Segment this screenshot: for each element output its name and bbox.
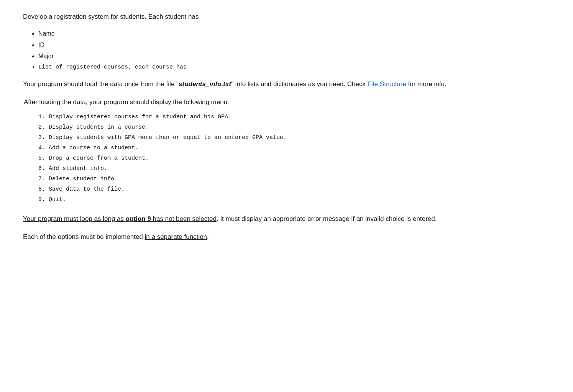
- menu-num-5: 5.: [38, 155, 49, 162]
- menu-item-9: 9. Quit.: [38, 195, 550, 204]
- list-item-major: Major: [38, 51, 550, 61]
- menu-item-3: 3. Display students with GPA more than o…: [38, 133, 550, 142]
- student-properties-list: Name ID Major List of registered courses…: [38, 29, 550, 72]
- menu-item-2: 2. Display students in a course.: [38, 123, 550, 132]
- load-text-after: " into lists and dictionaries as you nee…: [231, 80, 368, 88]
- menu-num-4: 4.: [38, 145, 49, 151]
- menu-num-8: 8.: [38, 186, 49, 193]
- intro-text: Develop a registration system for studen…: [23, 11, 550, 22]
- list-item-name: Name: [38, 29, 550, 39]
- menu-label-4: Add a course to a student.: [49, 145, 138, 151]
- menu-num-1: 1.: [38, 114, 49, 120]
- menu-label-1: Display registered courses for a student…: [49, 114, 231, 120]
- menu-label-8: Save data to the file.: [49, 186, 125, 193]
- menu-item-1: 1. Display registered courses for a stud…: [38, 113, 550, 122]
- menu-item-4: 4. Add a course to a student.: [38, 144, 550, 153]
- filename: students_info.txt: [179, 80, 231, 88]
- load-text-before: Your program should load the data once f…: [23, 80, 179, 88]
- menu-num-9: 9.: [38, 196, 49, 203]
- loop-underline-part: Your program must loop as long as: [23, 215, 126, 222]
- menu-label-9: Quit.: [49, 196, 66, 203]
- loop-container: Your program must loop as long as option…: [23, 214, 550, 225]
- loop-bold-part: option 9: [126, 215, 151, 222]
- menu-num-7: 7.: [38, 176, 49, 182]
- menu-item-7: 7. Delete student info.: [38, 175, 550, 184]
- list-item-id: ID: [38, 40, 550, 50]
- menu-num-2: 2.: [38, 124, 49, 131]
- loop-middle: has not been selected: [151, 215, 217, 222]
- final-after: .: [207, 233, 209, 240]
- menu-label-6: Add student info.: [49, 165, 107, 172]
- loop-text: Your program must loop as long as option…: [23, 214, 550, 225]
- menu-label-5: Drop a course from a student.: [49, 155, 149, 162]
- menu-item-6: 6. Add student info.: [38, 164, 550, 173]
- load-text-end: for more info.: [406, 80, 447, 88]
- menu-item-5: 5. Drop a course from a student.: [38, 154, 550, 163]
- loop-rest: . It must display an appropriate error m…: [217, 215, 437, 222]
- final-before: Each of the options must be implemented: [23, 233, 145, 240]
- after-loading-text: After loading the data, your program sho…: [23, 97, 550, 107]
- separate-function: in a separate function: [145, 233, 207, 240]
- menu-num-3: 3.: [38, 134, 49, 141]
- load-paragraph: Your program should load the data once f…: [23, 79, 550, 90]
- file-structure-link[interactable]: File Structure: [368, 80, 406, 88]
- menu-label-3: Display students with GPA more than or e…: [49, 134, 287, 141]
- final-paragraph: Each of the options must be implemented …: [23, 232, 550, 243]
- menu-item-8: 8. Save data to the file.: [38, 185, 550, 194]
- menu-list: 1. Display registered courses for a stud…: [38, 113, 550, 204]
- menu-label-7: Delete student info.: [49, 176, 118, 182]
- menu-label-2: Display students in a course.: [49, 124, 149, 131]
- menu-num-6: 6.: [38, 165, 49, 172]
- list-item-courses: List of registered courses, each course …: [38, 63, 550, 72]
